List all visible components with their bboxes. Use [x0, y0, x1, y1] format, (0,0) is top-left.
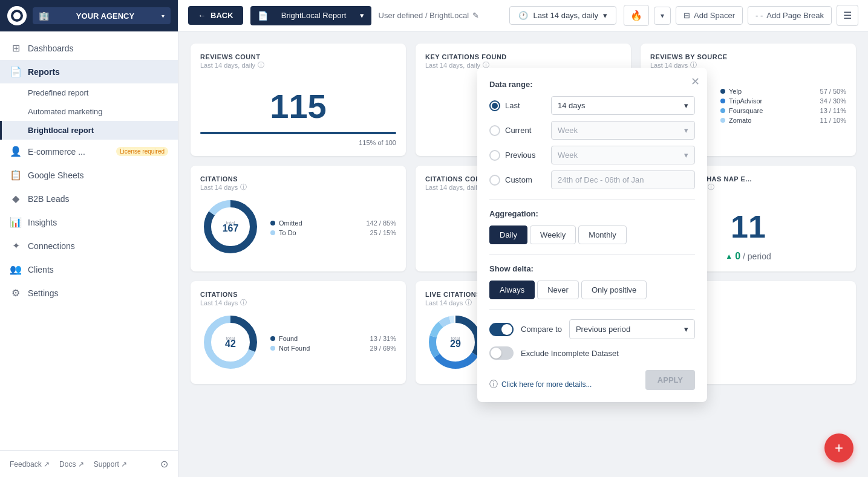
card-value: 115 [200, 74, 396, 132]
last-select[interactable]: 14 days ▾ [551, 96, 695, 115]
aggregation-monthly[interactable]: Monthly [578, 226, 627, 244]
close-button[interactable]: ✕ [691, 75, 700, 88]
legend-item: Omitted142 / 85% [270, 219, 396, 227]
page-break-icon: - - [755, 11, 763, 20]
radio-row-custom: Custom 24th of Dec - 06th of Jan [489, 170, 695, 189]
sidebar-nav: ⊞ Dashboards 📄 Reports Predefined report… [0, 31, 178, 450]
sidebar-item-google-sheets[interactable]: 📋 Google Sheets [0, 163, 178, 187]
legend: Found13 / 31% Not Found29 / 69% [270, 335, 396, 352]
sidebar-item-clients[interactable]: 👥 Clients [0, 258, 178, 281]
svg-text:29: 29 [450, 339, 461, 349]
card-subtitle: Last 14 days ⓘ [200, 298, 247, 307]
legend-item: Zomato11 / 10% [720, 117, 846, 124]
report-name: BrightLocal Report [273, 11, 355, 20]
apply-button[interactable]: APPLY [645, 370, 695, 390]
custom-select[interactable]: 24th of Dec - 06th of Jan [551, 170, 695, 189]
feedback-link[interactable]: Feedback ↗ [10, 458, 50, 470]
card-title: REVIEWS BY SOURCE [650, 53, 728, 60]
info-icon: ⓘ [489, 379, 498, 390]
card-subtitle: Last 14 days, daily ⓘ [200, 60, 264, 70]
previous-select[interactable]: Week ▾ [551, 146, 695, 164]
compare-chevron-icon: ▾ [684, 325, 688, 334]
delta-always[interactable]: Always [489, 281, 535, 299]
edit-icon[interactable]: ✎ [472, 11, 479, 20]
sidebar-item-insights[interactable]: 📊 Insights [0, 210, 178, 234]
legend-item: Yelp57 / 50% [720, 88, 846, 95]
sidebar-item-b2b-leads[interactable]: ◆ B2B Leads [0, 187, 178, 210]
agency-selector[interactable]: 🏢 YOUR AGENCY ▾ [33, 7, 171, 24]
report-selector[interactable]: 📄 BrightLocal Report ▾ [250, 6, 371, 25]
sidebar-item-settings[interactable]: ⚙ Settings [0, 281, 178, 305]
donut-container: total 29 [425, 312, 486, 374]
donut-chart-area: total 42 Found13 / 31% Not Found29 / 69% [200, 312, 396, 374]
card-title: REVIEWS COUNT [200, 53, 264, 60]
svg-text:167: 167 [223, 223, 239, 233]
sidebar-sub-predefined[interactable]: Predefined report [0, 83, 178, 102]
add-page-break-button[interactable]: - - Add Page Break [748, 6, 832, 25]
sidebar-item-ecommerce[interactable]: 👤 E-commerce ... License required [0, 140, 178, 163]
sidebar-item-label: Insights [28, 218, 57, 227]
sidebar-sub-brightlocal[interactable]: Brightlocal report [0, 121, 178, 140]
license-badge: License required [116, 147, 168, 156]
chevron-down-icon-btn[interactable]: ▾ [654, 7, 671, 25]
fab-add-button[interactable]: + [824, 433, 853, 462]
content-area: REVIEWS COUNT Last 14 days, daily ⓘ 115 … [178, 31, 868, 477]
exclude-toggle[interactable] [489, 346, 514, 360]
sidebar-item-label: Google Sheets [28, 170, 84, 180]
dashboards-icon: ⊞ [10, 42, 22, 54]
spacer-icon: ⊟ [684, 11, 690, 20]
compare-select[interactable]: Previous period ▾ [569, 319, 695, 339]
date-range-button[interactable]: 🕐 Last 14 days, daily ▾ [509, 6, 616, 25]
sidebar-item-connections[interactable]: ✦ Connections [0, 234, 178, 258]
progress-fill [200, 132, 396, 134]
radio-last[interactable]: Last [489, 100, 544, 111]
main-area: ← BACK 📄 BrightLocal Report ▾ User defin… [178, 0, 868, 477]
add-spacer-button[interactable]: ⊟ Add Spacer [676, 6, 743, 25]
legend-item: Not Found29 / 69% [270, 345, 396, 352]
sidebar-item-reports[interactable]: 📄 Reports [0, 60, 178, 83]
b2b-leads-icon: ◆ [10, 193, 22, 204]
delta-never[interactable]: Never [537, 281, 579, 299]
sidebar-item-dashboards[interactable]: ⊞ Dashboards [0, 36, 178, 60]
menu-button[interactable]: ☰ [837, 5, 858, 26]
donut-container: total 167 [200, 196, 261, 259]
sidebar-item-label: Settings [28, 288, 59, 298]
data-range-label: Data range: [489, 80, 695, 89]
circle-icon[interactable]: ⊙ [160, 458, 168, 470]
date-chevron-icon: ▾ [603, 11, 607, 20]
docs-link[interactable]: Docs ↗ [59, 458, 84, 470]
ecommerce-icon: 👤 [10, 146, 22, 157]
card-percent: 115% of 100 [200, 139, 396, 146]
current-select[interactable]: Week ▾ [551, 121, 695, 140]
legend: Omitted142 / 85% To Do25 / 15% [270, 219, 396, 236]
legend-item: Found13 / 31% [270, 335, 396, 342]
radio-previous[interactable]: Previous [489, 150, 544, 161]
progress-bar [200, 132, 396, 134]
radio-custom[interactable]: Custom [489, 175, 544, 186]
aggregation-weekly[interactable]: Weekly [530, 226, 576, 244]
delta-only-positive[interactable]: Only positive [581, 281, 647, 299]
agency-name: YOUR AGENCY [54, 11, 157, 21]
select-chevron-icon: ▾ [684, 126, 688, 135]
sidebar-item-label: E-commerce ... [28, 147, 85, 157]
card-citations-found: CITATIONS Last 14 days ⓘ total 42 [191, 281, 406, 384]
compare-toggle[interactable] [489, 323, 514, 336]
support-link[interactable]: Support ↗ [94, 458, 127, 470]
fire-button[interactable]: 🔥 [624, 5, 649, 26]
sidebar-sub-automated[interactable]: Automated marketing [0, 102, 178, 121]
back-arrow-icon: ← [198, 11, 206, 20]
radio-circle-previous [489, 150, 500, 161]
legend: Yelp57 / 50% TripAdvisor34 / 30% Foursqu… [720, 88, 846, 124]
info-link[interactable]: Click here for more details... [501, 380, 592, 389]
aggregation-daily[interactable]: Daily [489, 226, 527, 244]
radio-circle-custom [489, 175, 500, 186]
toggle-knob [491, 348, 501, 359]
radio-current[interactable]: Current [489, 125, 544, 136]
svg-text:42: 42 [225, 339, 236, 349]
reports-icon: 📄 [10, 66, 22, 77]
clock-icon: 🕐 [518, 11, 528, 20]
radio-circle-last [489, 100, 500, 111]
radio-row-current: Current Week ▾ [489, 121, 695, 140]
donut-chart-area: total 167 Omitted142 / 85% To Do25 / 15% [200, 196, 396, 259]
back-button[interactable]: ← BACK [188, 6, 243, 25]
